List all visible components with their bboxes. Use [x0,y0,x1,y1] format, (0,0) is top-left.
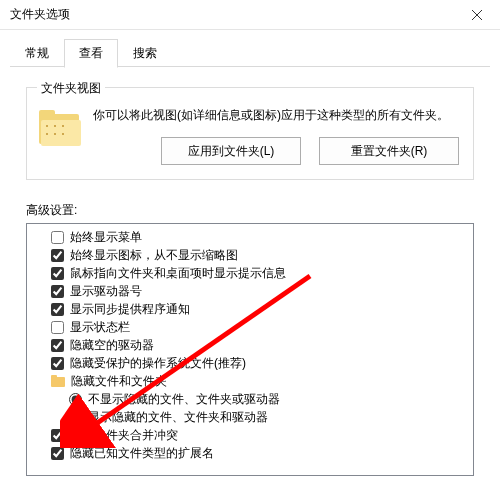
checkbox[interactable] [51,285,64,298]
tab-search[interactable]: 搜索 [118,39,172,68]
list-item[interactable]: 显示状态栏 [33,318,467,336]
list-item[interactable]: 鼠标指向文件夹和桌面项时显示提示信息 [33,264,467,282]
item-label: 显示同步提供程序通知 [70,300,190,318]
checkbox[interactable] [51,357,64,370]
checkbox[interactable] [51,447,64,460]
folder-views-description: 你可以将此视图(如详细信息或图标)应用于这种类型的所有文件夹。 [93,106,461,125]
list-item[interactable]: 隐藏文件夹合并冲突 [33,426,467,444]
item-label: 隐藏受保护的操作系统文件(推荐) [70,354,246,372]
list-item[interactable]: 隐藏受保护的操作系统文件(推荐) [33,354,467,372]
advanced-settings-list[interactable]: 始终显示菜单 始终显示图标，从不显示缩略图 鼠标指向文件夹和桌面项时显示提示信息… [26,223,474,476]
checkbox[interactable] [51,303,64,316]
folder-icon [39,110,83,150]
list-item[interactable]: 始终显示菜单 [33,228,467,246]
list-item[interactable]: 隐藏已知文件类型的扩展名 [33,444,467,462]
item-label: 鼠标指向文件夹和桌面项时显示提示信息 [70,264,286,282]
list-item[interactable]: 显示驱动器号 [33,282,467,300]
folder-views-label: 文件夹视图 [37,80,105,97]
checkbox[interactable] [51,249,64,262]
radio[interactable] [69,393,82,406]
reset-folders-button[interactable]: 重置文件夹(R) [319,137,459,165]
item-label: 始终显示菜单 [70,228,142,246]
item-label: 隐藏已知文件类型的扩展名 [70,444,214,462]
item-label: 显示隐藏的文件、文件夹和驱动器 [88,408,268,426]
tab-strip: 常规 查看 搜索 [0,30,500,67]
item-label: 不显示隐藏的文件、文件夹或驱动器 [88,390,280,408]
window-title: 文件夹选项 [10,6,454,23]
item-label: 显示状态栏 [70,318,130,336]
item-label: 隐藏文件夹合并冲突 [70,426,178,444]
checkbox[interactable] [51,321,64,334]
tab-content: 文件夹视图 你可以将此视图(如详细信息或图标)应用于这种类型的所有文件夹。 应用… [0,67,500,476]
radio[interactable] [69,411,82,424]
item-label: 隐藏空的驱动器 [70,336,154,354]
advanced-settings-label: 高级设置: [26,202,474,219]
list-item[interactable]: 隐藏空的驱动器 [33,336,467,354]
checkbox[interactable] [51,429,64,442]
tab-general[interactable]: 常规 [10,39,64,68]
list-item-radio[interactable]: 显示隐藏的文件、文件夹和驱动器 [33,408,467,426]
apply-to-folders-button[interactable]: 应用到文件夹(L) [161,137,301,165]
checkbox[interactable] [51,339,64,352]
tab-view[interactable]: 查看 [64,39,118,68]
list-item[interactable]: 始终显示图标，从不显示缩略图 [33,246,467,264]
item-label: 隐藏文件和文件夹 [71,372,167,390]
list-item-folder[interactable]: 隐藏文件和文件夹 [33,372,467,390]
close-button[interactable] [454,0,500,30]
item-label: 始终显示图标，从不显示缩略图 [70,246,238,264]
titlebar: 文件夹选项 [0,0,500,30]
list-item[interactable]: 显示同步提供程序通知 [33,300,467,318]
checkbox[interactable] [51,231,64,244]
folder-views-group: 文件夹视图 你可以将此视图(如详细信息或图标)应用于这种类型的所有文件夹。 应用… [26,87,474,180]
checkbox[interactable] [51,267,64,280]
close-icon [472,10,482,20]
list-item-radio[interactable]: 不显示隐藏的文件、文件夹或驱动器 [33,390,467,408]
folder-mini-icon [51,375,65,387]
item-label: 显示驱动器号 [70,282,142,300]
